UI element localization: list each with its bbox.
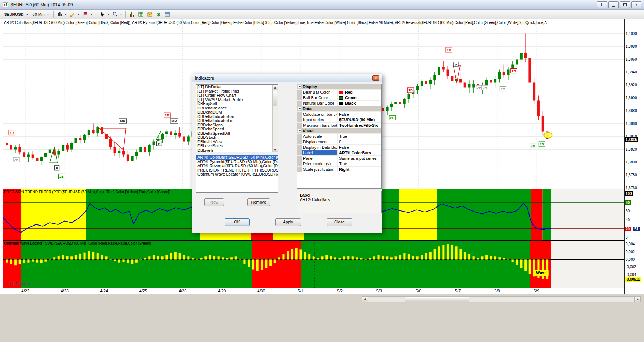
indicators-button[interactable]: [128, 11, 136, 18]
configured-indicator-item[interactable]: ART® Reversal($EURUSD (60 Min),Color [Re…: [196, 164, 278, 168]
collapse-icon[interactable]: −: [298, 107, 301, 110]
property-value[interactable]: Black: [338, 101, 381, 106]
configured-indicator-item[interactable]: ART® ColorBars($EURUSD (60 Min),Color [G…: [196, 155, 278, 160]
svg-text:$: $: [157, 12, 160, 17]
scrollbar-thumb[interactable]: [405, 297, 469, 302]
markers-button[interactable]: [81, 11, 94, 18]
available-indicator-item[interactable]: DBBuySell: [196, 102, 272, 106]
time-axis[interactable]: 4/224/234/244/254/264/294/305/15/25/35/6…: [3, 288, 624, 294]
property-value[interactable]: ART® ColorBars: [338, 150, 381, 155]
properties-button[interactable]: [163, 11, 171, 18]
property-value[interactable]: Red: [338, 90, 381, 95]
property-row[interactable]: Bull Bar ColorGreen: [297, 95, 381, 101]
property-row[interactable]: Maximum bars look backTwoHundredFiftySix: [297, 123, 381, 128]
property-value[interactable]: Green: [338, 95, 381, 100]
property-name[interactable]: Price marker(s): [302, 161, 338, 166]
property-name[interactable]: Maximum bars look back: [302, 123, 338, 128]
owl-indicator-panel[interactable]: [3, 240, 624, 288]
property-section-header[interactable]: −Visual: [297, 128, 381, 134]
scrollbar-thumb[interactable]: [273, 91, 277, 106]
collapse-icon[interactable]: −: [298, 85, 301, 88]
property-row[interactable]: Scale justificationRight: [297, 167, 381, 172]
instrument-selector[interactable]: $EURUSD: [3, 11, 30, 17]
property-name[interactable]: Auto scale: [302, 134, 338, 139]
property-value[interactable]: Right: [338, 167, 381, 172]
interval-selector[interactable]: 60 Min: [31, 11, 51, 17]
property-name[interactable]: Bear Bar Color: [302, 90, 338, 95]
data-grid-button[interactable]: [137, 11, 145, 18]
apply-button[interactable]: Apply: [275, 218, 301, 226]
close-button[interactable]: ×: [631, 1, 641, 8]
property-value[interactable]: True: [338, 134, 381, 139]
property-section-header[interactable]: −Data: [297, 106, 381, 112]
available-indicator-item[interactable]: DBLivelli: [196, 148, 272, 152]
close-dialog-button[interactable]: Close: [327, 218, 352, 226]
scroll-down-arrow[interactable]: [273, 147, 278, 152]
configured-indicator-item[interactable]: Optimum Wave Locator (OWL)($EURUSD (60 M…: [196, 172, 278, 177]
dialog-close-button[interactable]: ×: [372, 75, 379, 81]
chart-window: $EURUSD (60 Min) 2014-05-09 L × $EURUSD …: [0, 0, 644, 342]
property-name[interactable]: Bull Bar Color: [302, 95, 338, 100]
property-row[interactable]: Calculate on bar closeFalse: [297, 112, 381, 117]
remove-button[interactable]: Remove: [247, 198, 270, 206]
link-button[interactable]: L: [597, 1, 607, 8]
configured-indicators-list[interactable]: ART® ColorBars($EURUSD (60 Min),Color [G…: [196, 155, 278, 193]
property-name[interactable]: Displacement: [302, 139, 338, 144]
property-name[interactable]: Label: [302, 150, 338, 155]
property-value[interactable]: TwoHundredFiftySix: [338, 123, 381, 128]
property-value[interactable]: True: [338, 161, 381, 166]
drawing-tools-button[interactable]: [69, 11, 81, 18]
property-grid: −DisplayBear Bar ColorRedBull Bar ColorG…: [297, 84, 382, 189]
property-value[interactable]: Same as input series: [338, 156, 381, 161]
property-row[interactable]: Input series$EURUSD (60 Min): [297, 117, 381, 123]
property-name[interactable]: Natural Bar Color: [302, 101, 338, 106]
collapse-icon[interactable]: −: [298, 129, 301, 132]
property-name[interactable]: Input series: [302, 117, 338, 122]
chart-style-button[interactable]: [56, 11, 68, 18]
available-indicator-item[interactable]: DBDeltaIndicatorLin: [196, 119, 272, 123]
minimize-button[interactable]: [608, 1, 619, 8]
cursor-button[interactable]: [98, 11, 110, 18]
available-indicators-list[interactable]: [LT] DivDelta[LT] Market Profile Plus[LT…: [196, 85, 272, 152]
property-value[interactable]: $EURUSD (60 Min): [338, 117, 381, 122]
property-name[interactable]: Panel: [302, 156, 338, 161]
property-row[interactable]: Bear Bar ColorRed: [297, 90, 381, 95]
maximize-button[interactable]: [620, 1, 630, 8]
property-row[interactable]: PanelSame as input series: [297, 156, 381, 161]
available-indicator-item[interactable]: [LT] DivDelta: [196, 85, 272, 89]
alerts-button[interactable]: [146, 11, 154, 18]
property-row[interactable]: LabelART® ColorBars: [297, 150, 381, 156]
available-indicator-item[interactable]: DBDeltaSpeed: [196, 127, 272, 132]
property-name[interactable]: Scale justification: [302, 167, 338, 172]
horizontal-scrollbar[interactable]: [362, 296, 641, 302]
property-row[interactable]: Natural Bar ColorBlack: [297, 101, 381, 106]
property-row[interactable]: Displacement0: [297, 139, 381, 145]
available-indicator-item[interactable]: DBDStoch: [196, 136, 272, 140]
available-indicator-item[interactable]: DBDeltaDOM: [196, 110, 272, 115]
dialog-titlebar[interactable]: Indicators ×: [192, 74, 382, 82]
property-value[interactable]: False: [338, 145, 381, 150]
scroll-left-arrow[interactable]: [362, 297, 368, 302]
scroll-up-arrow[interactable]: [273, 85, 278, 90]
property-section-header[interactable]: −Display: [297, 84, 381, 90]
chart-trader-button[interactable]: $: [154, 11, 163, 18]
scrollbar-track[interactable]: [368, 297, 634, 302]
ok-button[interactable]: OK: [225, 218, 250, 226]
available-list-scrollbar[interactable]: [272, 85, 278, 152]
window-title: $EURUSD (60 Min) 2014-05-09: [11, 2, 73, 7]
zoom-button[interactable]: [111, 11, 123, 18]
property-value[interactable]: 0: [338, 139, 381, 144]
property-name[interactable]: Display in Data Box: [302, 145, 338, 150]
property-row[interactable]: Price marker(s)True: [297, 161, 381, 167]
property-name[interactable]: Calculate on bar close: [302, 112, 338, 117]
scroll-right-arrow[interactable]: [634, 297, 640, 302]
new-button[interactable]: New: [204, 198, 224, 206]
price-scale[interactable]: 1,40001,39801,39601,39401,39201,39001,38…: [624, 19, 644, 294]
available-indicator-item[interactable]: DBLevelSales: [196, 144, 272, 148]
available-indicator-item[interactable]: [LT] Order Flow Chart: [196, 93, 272, 98]
grid-icon: [138, 11, 144, 17]
property-row[interactable]: Display in Data BoxFalse: [297, 145, 381, 150]
window-titlebar[interactable]: $EURUSD (60 Min) 2014-05-09 L ×: [0, 0, 644, 10]
property-value[interactable]: False: [338, 112, 381, 117]
property-row[interactable]: Auto scaleTrue: [297, 134, 381, 139]
